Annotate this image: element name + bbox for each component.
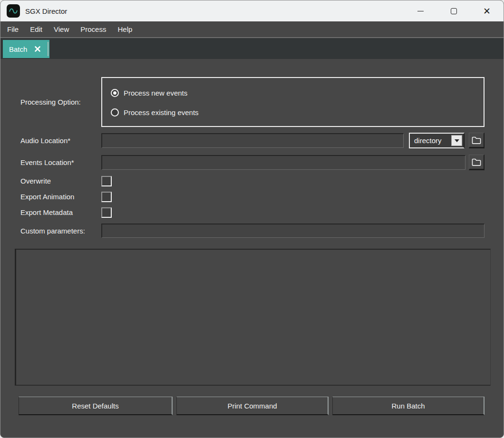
menu-process[interactable]: Process <box>75 21 112 37</box>
app-window: SGX Director ✕ File Edit View Process He… <box>0 0 504 438</box>
tab-close-button[interactable] <box>34 46 41 52</box>
events-location-label: Events Location* <box>20 158 74 166</box>
export-metadata-label: Export Metadata <box>20 208 73 216</box>
window-controls: ✕ <box>398 1 498 20</box>
reset-defaults-button[interactable]: Reset Defaults <box>19 397 173 415</box>
folder-icon <box>471 136 482 145</box>
print-command-button[interactable]: Print Command <box>176 397 329 415</box>
custom-parameters-label: Custom parameters: <box>20 227 85 235</box>
chevron-down-icon <box>455 139 459 142</box>
menu-file[interactable]: File <box>1 21 24 37</box>
folder-icon <box>471 158 482 166</box>
export-metadata-checkbox[interactable] <box>101 207 112 218</box>
menu-view[interactable]: View <box>48 21 75 37</box>
processing-option-group: Process new events Process existing even… <box>101 77 485 127</box>
tab-bar: Batch <box>0 37 504 59</box>
window-title: SGX Director <box>25 7 398 15</box>
tab-batch-label: Batch <box>9 45 27 53</box>
audio-location-type-dropdown[interactable]: directory <box>409 133 465 148</box>
minimize-button[interactable] <box>409 1 431 20</box>
maximize-button[interactable] <box>443 1 465 20</box>
close-button[interactable]: ✕ <box>476 1 498 20</box>
overwrite-checkbox[interactable] <box>101 176 112 186</box>
menu-help[interactable]: Help <box>112 21 138 37</box>
radio-existing-events-label: Process existing events <box>124 108 199 117</box>
events-location-input[interactable] <box>101 155 465 170</box>
tab-close-icon <box>34 46 41 52</box>
batch-panel: Processing Option: Process new events Pr… <box>0 59 504 438</box>
custom-parameters-input[interactable] <box>101 224 485 238</box>
radio-process-existing-events[interactable] <box>111 108 119 117</box>
minimize-icon <box>417 11 424 11</box>
tab-batch[interactable]: Batch <box>3 40 49 58</box>
title-bar: SGX Director ✕ <box>0 0 504 21</box>
radio-row-new-events[interactable]: Process new events <box>111 89 187 97</box>
overwrite-label: Overwrite <box>20 177 51 185</box>
close-icon: ✕ <box>483 7 491 16</box>
menu-edit[interactable]: Edit <box>24 21 48 37</box>
tab-edge-divider <box>48 42 48 56</box>
audio-location-browse-button[interactable] <box>469 133 485 148</box>
app-logo-icon <box>7 4 20 18</box>
audio-location-input[interactable] <box>101 133 404 148</box>
export-animation-checkbox[interactable] <box>101 192 112 202</box>
radio-process-new-events[interactable] <box>111 89 119 97</box>
processing-option-label: Processing Option: <box>20 98 81 106</box>
output-log-area[interactable] <box>15 249 491 386</box>
maximize-icon <box>451 8 457 14</box>
export-animation-label: Export Animation <box>20 193 74 201</box>
dropdown-arrow-button[interactable] <box>451 135 462 146</box>
menu-bar: File Edit View Process Help <box>0 21 504 37</box>
radio-new-events-label: Process new events <box>124 89 187 97</box>
radio-row-existing-events[interactable]: Process existing events <box>111 108 199 117</box>
events-location-browse-button[interactable] <box>469 155 485 170</box>
run-batch-button[interactable]: Run Batch <box>332 397 485 415</box>
sine-wave-icon <box>8 6 19 16</box>
audio-location-label: Audio Location* <box>20 136 70 145</box>
audio-location-type-value: directory <box>414 136 442 145</box>
